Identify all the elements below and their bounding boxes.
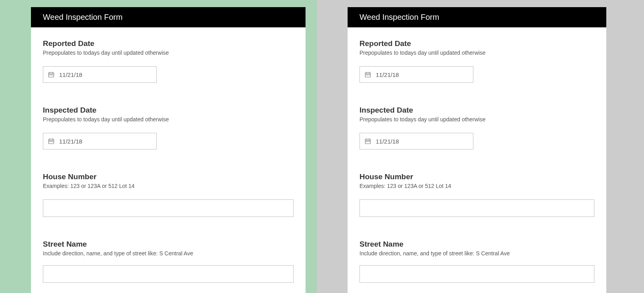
house-number-hint: Examples: 123 or 123A or 512 Lot 14 <box>359 183 594 189</box>
house-number-label: House Number <box>43 172 294 181</box>
reported-date-input[interactable] <box>376 71 468 78</box>
svg-rect-5 <box>51 75 52 75</box>
house-number-group: House Number Examples: 123 or 123A or 51… <box>43 172 294 217</box>
svg-rect-4 <box>50 75 50 75</box>
inspected-date-input-wrapper[interactable] <box>43 133 157 149</box>
street-name-hint: Include direction, name, and type of str… <box>43 250 294 257</box>
inspected-date-hint: Prepopulates to todays day until updated… <box>359 116 594 123</box>
form-title: Weed Inspection Form <box>31 7 306 27</box>
svg-rect-6 <box>52 75 53 75</box>
reported-date-hint: Prepopulates to todays day until updated… <box>359 50 594 56</box>
inspected-date-group: Inspected Date Prepopulates to todays da… <box>43 106 294 149</box>
house-number-hint: Examples: 123 or 123A or 512 Lot 14 <box>43 183 294 189</box>
street-name-group: Street Name Include direction, name, and… <box>43 240 294 283</box>
weed-inspection-form: Weed Inspection Form Reported Date Prepo… <box>31 7 306 293</box>
reported-date-group: Reported Date Prepopulates to todays day… <box>359 39 594 83</box>
calendar-icon <box>48 71 54 78</box>
reported-date-group: Reported Date Prepopulates to todays day… <box>43 39 294 83</box>
calendar-icon <box>365 138 371 144</box>
right-panel: Weed Inspection Form Reported Date Prepo… <box>317 0 644 293</box>
svg-rect-11 <box>50 141 50 142</box>
form-title: Weed Inspection Form <box>348 7 606 27</box>
house-number-input[interactable] <box>43 199 294 217</box>
street-name-label: Street Name <box>43 240 294 249</box>
form-body: Reported Date Prepopulates to todays day… <box>31 27 306 293</box>
calendar-icon <box>48 138 54 144</box>
reported-date-label: Reported Date <box>43 39 294 48</box>
weed-inspection-form: Weed Inspection Form Reported Date Prepo… <box>348 7 606 293</box>
reported-date-hint: Prepopulates to todays day until updated… <box>43 50 294 56</box>
inspected-date-label: Inspected Date <box>43 106 294 115</box>
svg-rect-12 <box>51 141 52 142</box>
inspected-date-input-wrapper[interactable] <box>359 133 473 149</box>
reported-date-label: Reported Date <box>359 39 594 48</box>
street-name-label: Street Name <box>359 240 594 249</box>
svg-rect-13 <box>52 141 53 142</box>
street-name-input[interactable] <box>43 265 294 283</box>
street-name-hint: Include direction, name, and type of str… <box>359 250 594 257</box>
street-name-group: Street Name Include direction, name, and… <box>359 240 594 283</box>
svg-rect-20 <box>369 75 370 75</box>
house-number-input[interactable] <box>359 199 594 217</box>
reported-date-input[interactable] <box>59 71 152 78</box>
reported-date-input-wrapper[interactable] <box>43 66 157 83</box>
form-body: Reported Date Prepopulates to todays day… <box>348 27 606 293</box>
calendar-icon <box>365 71 371 78</box>
street-name-input[interactable] <box>359 265 594 283</box>
inspected-date-input[interactable] <box>376 138 468 145</box>
inspected-date-group: Inspected Date Prepopulates to todays da… <box>359 106 594 149</box>
house-number-group: House Number Examples: 123 or 123A or 51… <box>359 172 594 217</box>
svg-rect-19 <box>367 75 368 75</box>
svg-rect-18 <box>366 75 367 75</box>
svg-rect-26 <box>367 141 368 142</box>
left-panel: Weed Inspection Form Reported Date Prepo… <box>0 0 317 293</box>
inspected-date-hint: Prepopulates to todays day until updated… <box>43 116 294 123</box>
svg-rect-27 <box>369 141 370 142</box>
inspected-date-input[interactable] <box>59 138 152 145</box>
svg-rect-25 <box>366 141 367 142</box>
house-number-label: House Number <box>359 172 594 181</box>
inspected-date-label: Inspected Date <box>359 106 594 115</box>
reported-date-input-wrapper[interactable] <box>359 66 473 83</box>
